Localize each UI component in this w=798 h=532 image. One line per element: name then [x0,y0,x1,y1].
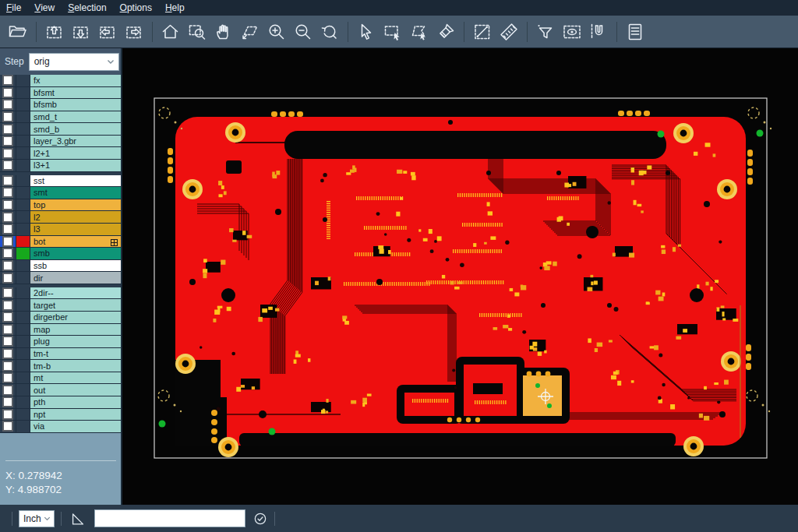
layer-checkbox[interactable] [0,287,16,299]
layer-swatch-empty [16,87,30,99]
menu-item-file[interactable]: File [6,0,21,16]
layer-row-smt[interactable]: smt [0,187,121,199]
layer-row-bfsmt[interactable]: bfsmt [0,87,121,100]
pcb-canvas[interactable] [122,48,798,505]
layer-row-out[interactable]: out [0,384,121,396]
pan-hand-button[interactable] [211,20,236,44]
layer-row-mt[interactable]: mt [0,372,121,385]
layer-row-top[interactable]: top [0,199,121,212]
zoom-previous-button[interactable] [317,20,342,44]
layer-row-layer-3-gbr[interactable]: layer_3.gbr [0,136,121,148]
layer-checkbox[interactable] [0,336,16,347]
menu-item-selection[interactable]: Selection [68,0,106,16]
layer-checkbox[interactable] [0,299,16,311]
layer-checkbox[interactable] [0,136,16,147]
layer-checkbox[interactable] [0,260,16,272]
layer-checkbox[interactable] [0,248,16,259]
layer-label-text: 2dir-- [34,288,54,298]
layer-checkbox[interactable] [0,324,16,336]
layer-row-dir[interactable]: dir [0,272,121,284]
polygon-select-button[interactable] [407,20,432,44]
layer-row-smd-t[interactable]: smd_t [0,111,121,124]
layer-checkbox[interactable] [0,99,16,111]
layer-row-bfsmb[interactable]: bfsmb [0,99,121,111]
checkbox-icon [2,324,13,335]
layer-checkbox[interactable] [0,396,16,408]
zoom-out-button[interactable] [291,20,316,44]
layer-label-text: smd_b [34,125,59,134]
layer-row-ssb[interactable]: ssb [0,260,121,273]
layer-checkbox[interactable] [0,421,16,432]
zoom-in-button[interactable] [264,20,289,44]
layer-checkbox[interactable] [0,175,16,187]
layer-row-sst[interactable]: sst [0,175,121,188]
report-button[interactable] [623,20,648,44]
layer-checkbox[interactable] [0,384,16,396]
layer-checkbox[interactable] [0,87,16,99]
pointer-button[interactable] [354,20,379,44]
measure-button[interactable] [470,20,495,44]
layer-row-map[interactable]: map [0,324,121,336]
layer-row-tm-b[interactable]: tm-b [0,360,121,372]
checkbox-icon [2,175,13,186]
open-folder-button[interactable] [5,20,30,44]
menu-item-help[interactable]: Help [165,0,185,16]
layer-checkbox[interactable] [0,348,16,360]
nudge-down-button[interactable] [69,20,94,44]
layer-row-l2-1[interactable]: l2+1 [0,147,121,160]
layer-checkbox[interactable] [0,211,16,223]
layer-checkbox[interactable] [0,111,16,123]
ruler-button[interactable] [496,20,521,44]
layer-row-l3-1[interactable]: l3+1 [0,160,121,172]
zoom-window-button[interactable] [185,20,210,44]
checkbox-icon [2,385,13,396]
layer-row-target[interactable]: target [0,299,121,312]
menu-item-view[interactable]: View [34,0,55,16]
layer-checkbox[interactable] [0,75,16,86]
nudge-right-button[interactable] [122,20,147,44]
layer-label-text: out [34,386,45,395]
layer-row-npt[interactable]: npt [0,409,121,421]
nudge-left-button[interactable] [95,20,120,44]
layer-row-dirgerber[interactable]: dirgerber [0,312,121,324]
rect-select-button[interactable] [380,20,405,44]
layer-row-2dir-[interactable]: 2dir-- [0,287,121,300]
view-visibility-button[interactable] [560,20,584,44]
layer-row-smb[interactable]: smb [0,248,121,260]
layer-row-smd-b[interactable]: smd_b [0,123,121,136]
layer-row-tm-t[interactable]: tm-t [0,348,121,361]
layer-row-plug[interactable]: plug [0,336,121,348]
layer-row-bot[interactable]: bot [0,236,121,248]
nudge-up-button[interactable] [42,20,67,44]
step-select[interactable]: orig [29,53,119,71]
menu-item-options[interactable]: Options [120,0,152,16]
command-input[interactable] [94,509,245,527]
layer-checkbox[interactable] [0,147,16,159]
filter-button[interactable] [533,20,558,44]
layer-row-pth[interactable]: pth [0,396,121,409]
layer-row-l2[interactable]: l2 [0,211,121,224]
layer-label: smb [30,248,121,259]
layer-checkbox[interactable] [0,236,16,248]
layer-checkbox[interactable] [0,160,16,171]
snap-button[interactable] [586,20,611,44]
layer-checkbox[interactable] [0,224,16,235]
layer-checkbox[interactable] [0,360,16,372]
zoom-area-button[interactable] [238,20,263,44]
home-view-button[interactable] [158,20,183,44]
layer-row-fx[interactable]: fx [0,75,121,87]
clear-brush-button[interactable] [433,20,458,44]
layer-checkbox[interactable] [0,312,16,323]
layer-checkbox[interactable] [0,123,16,135]
apply-button[interactable] [252,511,268,527]
layer-label: smt [30,187,121,199]
layer-checkbox[interactable] [0,372,16,384]
layer-row-l3[interactable]: l3 [0,224,121,236]
layer-checkbox[interactable] [0,409,16,421]
measure-angle-icon[interactable] [69,510,87,527]
layer-checkbox[interactable] [0,199,16,211]
layer-checkbox[interactable] [0,272,16,284]
unit-select[interactable]: Inch [19,510,55,527]
layer-checkbox[interactable] [0,187,16,199]
layer-row-via[interactable]: via [0,421,121,433]
